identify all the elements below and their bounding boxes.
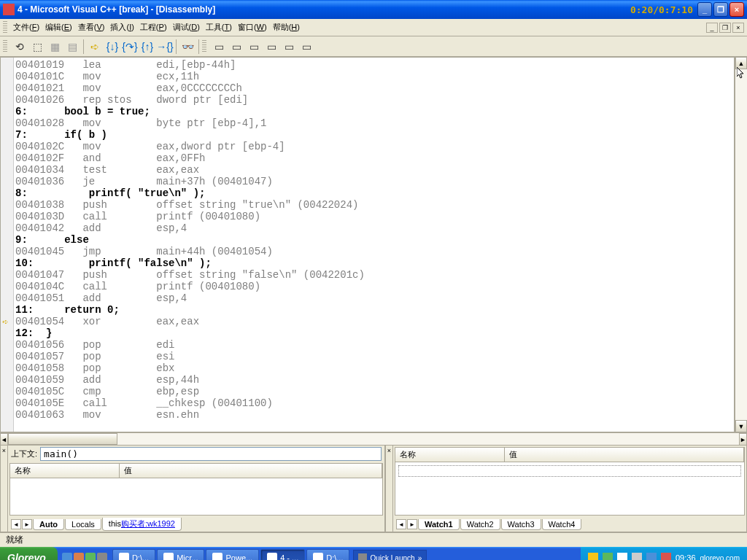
ql-icon[interactable] (62, 553, 72, 560)
menu-h[interactable]: 帮助(H) (270, 20, 303, 34)
scroll-down-icon[interactable]: ▼ (735, 420, 747, 432)
asm-line[interactable]: 0040102C mov eax,dword ptr [ebp-4] (15, 141, 734, 152)
asm-line[interactable]: 0040103D call printf (00401080) (15, 211, 734, 222)
tab-next-icon[interactable]: ► (407, 519, 417, 529)
asm-line[interactable]: 00401058 pop ebx (15, 362, 734, 374)
mdi-close[interactable]: × (732, 23, 744, 33)
tab-watch4[interactable]: Watch4 (542, 519, 582, 530)
asm-line[interactable]: 0040102F and eax,0FFh (15, 152, 734, 164)
apply-changes-icon[interactable]: ▤ (64, 39, 80, 55)
asm-line[interactable]: 00401047 push offset string "false\n" (0… (15, 269, 734, 281)
run-to-cursor-icon[interactable]: →{} (157, 39, 173, 55)
menu-e[interactable]: 编辑(E) (42, 20, 75, 34)
scroll-thumb[interactable] (8, 433, 117, 445)
tray-volume-icon[interactable] (632, 553, 642, 560)
asm-line[interactable]: 00401042 add esp,4 (15, 222, 734, 234)
tab-watch1[interactable]: Watch1 (418, 519, 460, 530)
context-input[interactable] (40, 447, 382, 461)
gripper[interactable] (3, 21, 7, 34)
step-out-icon[interactable]: {↑} (139, 39, 155, 55)
ql-icon[interactable] (74, 553, 84, 560)
scroll-right-icon[interactable]: ► (739, 433, 747, 446)
asm-line[interactable]: 0040105C cmp ebp,esp (15, 386, 734, 397)
horizontal-scrollbar[interactable]: ◄ ► (0, 432, 747, 445)
taskbar-item[interactable]: D:\... (112, 549, 155, 560)
col-value[interactable]: 值 (505, 448, 744, 462)
asm-line[interactable]: 0040101C mov ecx,11h (15, 71, 734, 82)
tab-watch3[interactable]: Watch3 (501, 519, 541, 530)
taskbar-item[interactable]: D:\... (306, 549, 349, 560)
source-line[interactable]: 11: return 0; (15, 304, 734, 316)
asm-line[interactable]: 00401028 mov byte ptr [ebp-4],1 (15, 117, 734, 129)
scroll-track[interactable] (735, 69, 747, 420)
asm-line[interactable]: 0040105E call __chkesp (00401100) (15, 397, 734, 409)
panel-close-icon[interactable]: × (1, 446, 8, 532)
source-line[interactable]: 10: printf( "false\n" ); (15, 257, 734, 269)
close-button[interactable]: × (729, 2, 744, 17)
source-line[interactable]: 8: printf( "true\n" ); (15, 187, 734, 199)
source-line[interactable]: 7: if( b ) (15, 129, 734, 141)
col-name[interactable]: 名称 (395, 448, 505, 462)
menu-t[interactable]: 工具(T) (203, 20, 235, 34)
ql-app-icon[interactable] (358, 553, 367, 560)
tab-prev-icon[interactable]: ◄ (11, 519, 21, 529)
variables-window-icon[interactable]: ▭ (228, 39, 244, 55)
taskbar-item[interactable]: 4 - ... (260, 549, 305, 560)
minimize-button[interactable]: _ (697, 2, 712, 17)
source-line[interactable]: 9: else (15, 234, 734, 246)
memory-window-icon[interactable]: ▭ (263, 39, 279, 55)
tab-prev-icon[interactable]: ◄ (396, 519, 406, 529)
asm-line[interactable]: 0040104C call printf (00401080) (15, 281, 734, 292)
menu-f[interactable]: 文件(F) (10, 20, 42, 34)
source-line[interactable]: 6: bool b = true; (15, 106, 734, 117)
stop-debug-icon[interactable]: ⬚ (29, 39, 45, 55)
asm-line[interactable]: 00401019 lea edi,[ebp-44h] (15, 59, 734, 71)
tray-icon[interactable] (646, 553, 657, 560)
asm-line[interactable]: 00401045 jmp main+44h (00401054) (15, 246, 734, 257)
watch-grid[interactable]: 名称 值 (395, 447, 745, 516)
callstack-window-icon[interactable]: ▭ (281, 39, 297, 55)
menu-w[interactable]: 窗口(W) (235, 20, 270, 34)
step-into-icon[interactable]: {↓} (104, 39, 120, 55)
tab-next-icon[interactable]: ► (22, 519, 32, 529)
taskbar-item[interactable]: Powe... (206, 549, 259, 560)
maximize-button[interactable]: ❐ (713, 2, 728, 17)
mdi-restore[interactable]: ❐ (719, 23, 731, 33)
watch-window-icon[interactable]: ▭ (211, 39, 227, 55)
break-icon[interactable]: ▦ (47, 39, 63, 55)
asm-line[interactable]: 00401021 mov eax,0CCCCCCCCh (15, 82, 734, 94)
vertical-scrollbar[interactable]: ▲ ▼ (735, 57, 747, 432)
tab-watch2[interactable]: Watch2 (460, 519, 500, 530)
asm-line[interactable]: 00401059 add esp,44h (15, 374, 734, 386)
disassembly-view[interactable]: ➪ 00401019 lea edi,[ebp-44h]0040101C mov… (0, 57, 735, 432)
clock[interactable]: 09:36 (676, 553, 696, 560)
asm-line[interactable]: 00401063 mov esn.ehn (15, 409, 734, 421)
restart-debug-icon[interactable]: ⟲ (12, 39, 28, 55)
menu-d[interactable]: 调试(D) (170, 20, 203, 34)
registers-window-icon[interactable]: ▭ (246, 39, 262, 55)
menu-i[interactable]: 插入(I) (107, 20, 136, 34)
scroll-left-icon[interactable]: ◄ (0, 433, 8, 446)
asm-line[interactable]: 00401034 test eax,eax (15, 164, 734, 176)
asm-line[interactable]: 00401026 rep stos dword ptr [edi] (15, 94, 734, 106)
col-name[interactable]: 名称 (10, 464, 120, 478)
show-next-icon[interactable]: ➪ (87, 39, 103, 55)
empty-row[interactable] (398, 465, 741, 477)
menu-v[interactable]: 查看(V) (75, 20, 108, 34)
asm-line[interactable]: 00401057 pop esi (15, 351, 734, 362)
mdi-minimize[interactable]: _ (706, 23, 718, 33)
gripper[interactable] (3, 40, 7, 53)
source-line[interactable]: 12: } (15, 327, 734, 339)
scroll-up-icon[interactable]: ▲ (735, 57, 747, 69)
tab-locals[interactable]: Locals (65, 519, 101, 530)
tray-icon[interactable] (661, 553, 671, 560)
tray-icon[interactable] (617, 553, 627, 560)
disassembly-window-icon[interactable]: ▭ (298, 39, 314, 55)
asm-line[interactable]: 00401056 pop edi (15, 339, 734, 351)
ql-icon[interactable] (97, 553, 107, 560)
watermark-link[interactable]: 购买者:wk1992 (121, 519, 175, 528)
step-over-icon[interactable]: {↷} (122, 39, 138, 55)
panel-close-icon[interactable]: × (386, 446, 393, 532)
asm-line[interactable]: 00401051 add esp,4 (15, 292, 734, 304)
quicklaunch-band[interactable]: Quick Launch » (353, 550, 427, 560)
